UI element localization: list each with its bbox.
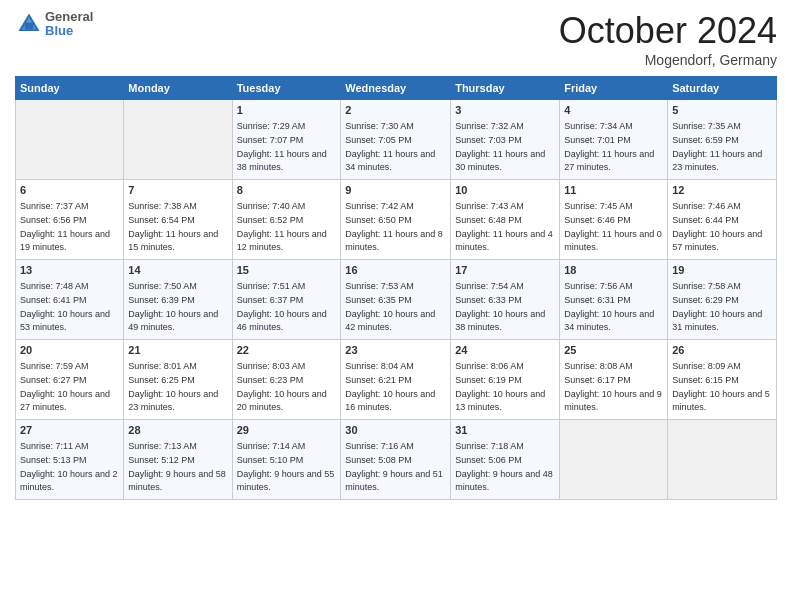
day-info: Sunrise: 8:04 AMSunset: 6:21 PMDaylight:… bbox=[345, 361, 435, 412]
day-info: Sunrise: 7:11 AMSunset: 5:13 PMDaylight:… bbox=[20, 441, 118, 492]
day-of-week-header: Monday bbox=[124, 77, 232, 100]
calendar-table: SundayMondayTuesdayWednesdayThursdayFrid… bbox=[15, 76, 777, 500]
calendar-cell: 2Sunrise: 7:30 AMSunset: 7:05 PMDaylight… bbox=[341, 100, 451, 180]
calendar-cell: 19Sunrise: 7:58 AMSunset: 6:29 PMDayligh… bbox=[668, 260, 777, 340]
day-number: 19 bbox=[672, 263, 772, 278]
day-info: Sunrise: 7:48 AMSunset: 6:41 PMDaylight:… bbox=[20, 281, 110, 332]
location: Mogendorf, Germany bbox=[559, 52, 777, 68]
day-info: Sunrise: 7:30 AMSunset: 7:05 PMDaylight:… bbox=[345, 121, 435, 172]
logo-general: General bbox=[45, 10, 93, 24]
calendar-week-row: 20Sunrise: 7:59 AMSunset: 6:27 PMDayligh… bbox=[16, 340, 777, 420]
day-info: Sunrise: 7:58 AMSunset: 6:29 PMDaylight:… bbox=[672, 281, 762, 332]
calendar-cell: 15Sunrise: 7:51 AMSunset: 6:37 PMDayligh… bbox=[232, 260, 341, 340]
day-number: 24 bbox=[455, 343, 555, 358]
calendar-cell bbox=[560, 420, 668, 500]
day-info: Sunrise: 7:16 AMSunset: 5:08 PMDaylight:… bbox=[345, 441, 443, 492]
calendar-cell: 22Sunrise: 8:03 AMSunset: 6:23 PMDayligh… bbox=[232, 340, 341, 420]
day-info: Sunrise: 7:40 AMSunset: 6:52 PMDaylight:… bbox=[237, 201, 327, 252]
calendar-cell: 17Sunrise: 7:54 AMSunset: 6:33 PMDayligh… bbox=[451, 260, 560, 340]
calendar-cell: 23Sunrise: 8:04 AMSunset: 6:21 PMDayligh… bbox=[341, 340, 451, 420]
day-info: Sunrise: 7:54 AMSunset: 6:33 PMDaylight:… bbox=[455, 281, 545, 332]
svg-rect-2 bbox=[25, 23, 33, 30]
day-info: Sunrise: 7:50 AMSunset: 6:39 PMDaylight:… bbox=[128, 281, 218, 332]
title-block: October 2024 Mogendorf, Germany bbox=[559, 10, 777, 68]
calendar-cell: 31Sunrise: 7:18 AMSunset: 5:06 PMDayligh… bbox=[451, 420, 560, 500]
day-info: Sunrise: 8:03 AMSunset: 6:23 PMDaylight:… bbox=[237, 361, 327, 412]
day-info: Sunrise: 7:18 AMSunset: 5:06 PMDaylight:… bbox=[455, 441, 553, 492]
day-number: 4 bbox=[564, 103, 663, 118]
calendar-week-row: 6Sunrise: 7:37 AMSunset: 6:56 PMDaylight… bbox=[16, 180, 777, 260]
day-number: 16 bbox=[345, 263, 446, 278]
day-number: 11 bbox=[564, 183, 663, 198]
calendar-cell: 13Sunrise: 7:48 AMSunset: 6:41 PMDayligh… bbox=[16, 260, 124, 340]
day-number: 25 bbox=[564, 343, 663, 358]
calendar-cell: 28Sunrise: 7:13 AMSunset: 5:12 PMDayligh… bbox=[124, 420, 232, 500]
day-number: 28 bbox=[128, 423, 227, 438]
day-number: 31 bbox=[455, 423, 555, 438]
day-number: 3 bbox=[455, 103, 555, 118]
calendar-cell: 9Sunrise: 7:42 AMSunset: 6:50 PMDaylight… bbox=[341, 180, 451, 260]
calendar-cell: 10Sunrise: 7:43 AMSunset: 6:48 PMDayligh… bbox=[451, 180, 560, 260]
day-info: Sunrise: 7:32 AMSunset: 7:03 PMDaylight:… bbox=[455, 121, 545, 172]
calendar-cell: 30Sunrise: 7:16 AMSunset: 5:08 PMDayligh… bbox=[341, 420, 451, 500]
calendar-cell: 24Sunrise: 8:06 AMSunset: 6:19 PMDayligh… bbox=[451, 340, 560, 420]
day-of-week-header: Friday bbox=[560, 77, 668, 100]
day-number: 30 bbox=[345, 423, 446, 438]
calendar-cell bbox=[16, 100, 124, 180]
day-info: Sunrise: 8:06 AMSunset: 6:19 PMDaylight:… bbox=[455, 361, 545, 412]
calendar-cell: 27Sunrise: 7:11 AMSunset: 5:13 PMDayligh… bbox=[16, 420, 124, 500]
calendar-cell: 25Sunrise: 8:08 AMSunset: 6:17 PMDayligh… bbox=[560, 340, 668, 420]
day-info: Sunrise: 7:13 AMSunset: 5:12 PMDaylight:… bbox=[128, 441, 226, 492]
calendar-cell: 5Sunrise: 7:35 AMSunset: 6:59 PMDaylight… bbox=[668, 100, 777, 180]
day-of-week-header: Tuesday bbox=[232, 77, 341, 100]
day-info: Sunrise: 7:37 AMSunset: 6:56 PMDaylight:… bbox=[20, 201, 110, 252]
calendar-cell: 4Sunrise: 7:34 AMSunset: 7:01 PMDaylight… bbox=[560, 100, 668, 180]
month-title: October 2024 bbox=[559, 10, 777, 52]
day-info: Sunrise: 7:38 AMSunset: 6:54 PMDaylight:… bbox=[128, 201, 218, 252]
day-number: 29 bbox=[237, 423, 337, 438]
day-number: 10 bbox=[455, 183, 555, 198]
calendar-cell: 3Sunrise: 7:32 AMSunset: 7:03 PMDaylight… bbox=[451, 100, 560, 180]
day-number: 26 bbox=[672, 343, 772, 358]
day-number: 23 bbox=[345, 343, 446, 358]
header: General Blue October 2024 Mogendorf, Ger… bbox=[15, 10, 777, 68]
calendar-cell: 16Sunrise: 7:53 AMSunset: 6:35 PMDayligh… bbox=[341, 260, 451, 340]
calendar-cell: 20Sunrise: 7:59 AMSunset: 6:27 PMDayligh… bbox=[16, 340, 124, 420]
day-info: Sunrise: 7:46 AMSunset: 6:44 PMDaylight:… bbox=[672, 201, 762, 252]
logo-text: General Blue bbox=[45, 10, 93, 39]
calendar-cell: 8Sunrise: 7:40 AMSunset: 6:52 PMDaylight… bbox=[232, 180, 341, 260]
day-number: 6 bbox=[20, 183, 119, 198]
day-number: 17 bbox=[455, 263, 555, 278]
day-number: 22 bbox=[237, 343, 337, 358]
day-number: 21 bbox=[128, 343, 227, 358]
day-info: Sunrise: 7:53 AMSunset: 6:35 PMDaylight:… bbox=[345, 281, 435, 332]
day-info: Sunrise: 7:45 AMSunset: 6:46 PMDaylight:… bbox=[564, 201, 662, 252]
day-number: 1 bbox=[237, 103, 337, 118]
calendar-cell: 14Sunrise: 7:50 AMSunset: 6:39 PMDayligh… bbox=[124, 260, 232, 340]
day-number: 15 bbox=[237, 263, 337, 278]
day-number: 14 bbox=[128, 263, 227, 278]
logo-blue: Blue bbox=[45, 24, 93, 38]
calendar-cell: 21Sunrise: 8:01 AMSunset: 6:25 PMDayligh… bbox=[124, 340, 232, 420]
day-number: 8 bbox=[237, 183, 337, 198]
day-number: 18 bbox=[564, 263, 663, 278]
calendar-cell: 29Sunrise: 7:14 AMSunset: 5:10 PMDayligh… bbox=[232, 420, 341, 500]
day-of-week-header: Saturday bbox=[668, 77, 777, 100]
day-number: 5 bbox=[672, 103, 772, 118]
calendar-container: General Blue October 2024 Mogendorf, Ger… bbox=[0, 0, 792, 510]
day-info: Sunrise: 7:29 AMSunset: 7:07 PMDaylight:… bbox=[237, 121, 327, 172]
day-info: Sunrise: 8:09 AMSunset: 6:15 PMDaylight:… bbox=[672, 361, 770, 412]
day-info: Sunrise: 7:35 AMSunset: 6:59 PMDaylight:… bbox=[672, 121, 762, 172]
day-number: 9 bbox=[345, 183, 446, 198]
day-info: Sunrise: 7:43 AMSunset: 6:48 PMDaylight:… bbox=[455, 201, 553, 252]
day-info: Sunrise: 7:51 AMSunset: 6:37 PMDaylight:… bbox=[237, 281, 327, 332]
calendar-cell bbox=[668, 420, 777, 500]
day-of-week-header: Wednesday bbox=[341, 77, 451, 100]
day-number: 7 bbox=[128, 183, 227, 198]
calendar-cell: 26Sunrise: 8:09 AMSunset: 6:15 PMDayligh… bbox=[668, 340, 777, 420]
calendar-cell: 1Sunrise: 7:29 AMSunset: 7:07 PMDaylight… bbox=[232, 100, 341, 180]
day-number: 12 bbox=[672, 183, 772, 198]
day-number: 13 bbox=[20, 263, 119, 278]
calendar-week-row: 13Sunrise: 7:48 AMSunset: 6:41 PMDayligh… bbox=[16, 260, 777, 340]
day-info: Sunrise: 7:42 AMSunset: 6:50 PMDaylight:… bbox=[345, 201, 443, 252]
